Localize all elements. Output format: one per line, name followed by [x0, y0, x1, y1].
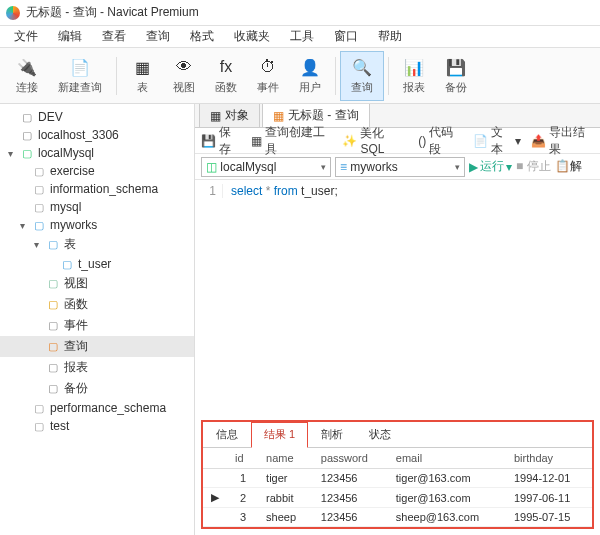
backup-button[interactable]: 💾备份: [435, 51, 477, 101]
twisty-icon[interactable]: ▾: [4, 148, 16, 159]
sql-editor[interactable]: 1 select * from t_user;: [195, 180, 600, 202]
tree-视图[interactable]: ▢视图: [0, 273, 194, 294]
cyl-icon: ▢: [31, 182, 47, 196]
connection-select[interactable]: ◫ localMysql▾: [201, 157, 331, 177]
connection-tree[interactable]: ▢DEV▢localhost_3306▾▢localMysql▢exercise…: [0, 104, 195, 535]
menu-查看[interactable]: 查看: [92, 26, 136, 47]
menu-文件[interactable]: 文件: [4, 26, 48, 47]
sql-code[interactable]: select * from t_user;: [223, 184, 338, 198]
user-button[interactable]: 👤用户: [289, 51, 331, 101]
results-panel: 信息结果 1剖析状态 idnamepasswordemailbirthday 1…: [201, 420, 594, 529]
titlebar: 无标题 - 查询 - Navicat Premium: [0, 0, 600, 26]
tree-test[interactable]: ▢test: [0, 417, 194, 435]
explain-button[interactable]: 📋解: [555, 158, 582, 175]
beautify-button[interactable]: ✨ 美化 SQL: [342, 125, 408, 156]
tree-表[interactable]: ▾▢表: [0, 234, 194, 255]
result-tab-1[interactable]: 结果 1: [251, 422, 308, 448]
tree-事件[interactable]: ▢事件: [0, 315, 194, 336]
tbl-icon: ▢: [59, 257, 75, 271]
report-button[interactable]: 📊报表: [393, 51, 435, 101]
grid-icon: ▦: [210, 109, 221, 123]
view-icon: 👁: [173, 56, 195, 78]
qry-icon: ▢: [45, 340, 61, 354]
col-email[interactable]: email: [388, 448, 506, 469]
export-button[interactable]: 📤 导出结果: [531, 124, 594, 158]
tree-查询[interactable]: ▢查询: [0, 336, 194, 357]
tbl-icon: ▢: [45, 238, 61, 252]
col-birthday[interactable]: birthday: [506, 448, 592, 469]
tree-备份[interactable]: ▢备份: [0, 378, 194, 399]
result-tab-0[interactable]: 信息: [203, 422, 251, 447]
tree-函数[interactable]: ▢函数: [0, 294, 194, 315]
col-password[interactable]: password: [313, 448, 388, 469]
user-icon: 👤: [299, 56, 321, 78]
cyl-icon: ▢: [31, 401, 47, 415]
db-icon: ◫: [206, 160, 217, 174]
menu-查询[interactable]: 查询: [136, 26, 180, 47]
db-icon: ▢: [19, 128, 35, 142]
run-button[interactable]: ▶ 运行 ▾: [469, 158, 512, 175]
database-select[interactable]: ≡ myworks▾: [335, 157, 465, 177]
line-number: 1: [195, 184, 223, 198]
result-grid[interactable]: idnamepasswordemailbirthday 1tiger123456…: [203, 448, 592, 527]
func-icon: fx: [215, 56, 237, 78]
tree-performance_schema[interactable]: ▢performance_schema: [0, 399, 194, 417]
text-button[interactable]: 📄 文本 ▾: [473, 124, 521, 158]
connect-button[interactable]: 🔌连接: [6, 51, 48, 101]
query-button[interactable]: 🔍查询: [340, 51, 384, 101]
col-name[interactable]: name: [258, 448, 313, 469]
menu-格式[interactable]: 格式: [180, 26, 224, 47]
cyl-icon: ▢: [31, 200, 47, 214]
table-row[interactable]: 1tiger123456tiger@163.com1994-12-01: [203, 469, 592, 488]
table-row[interactable]: ▶2rabbit123456tiger@163.com1997-06-11: [203, 488, 592, 508]
save-button[interactable]: 💾 保存: [201, 124, 241, 158]
newquery-button[interactable]: 📄新建查询: [48, 51, 112, 101]
tree-exercise[interactable]: ▢exercise: [0, 162, 194, 180]
context-selectors: ◫ localMysql▾ ≡ myworks▾ ▶ 运行 ▾ ■ 停止 📋解: [195, 154, 600, 180]
cyl-icon: ▢: [31, 419, 47, 433]
tree-DEV[interactable]: ▢DEV: [0, 108, 194, 126]
col-id[interactable]: id: [227, 448, 258, 469]
builder-button[interactable]: ▦ 查询创建工具: [251, 124, 333, 158]
row-pointer-icon: [203, 508, 227, 527]
app-logo-icon: [6, 6, 20, 20]
report-icon: 📊: [403, 56, 425, 78]
tree-报表[interactable]: ▢报表: [0, 357, 194, 378]
result-tab-2[interactable]: 剖析: [308, 422, 356, 447]
backup-icon: 💾: [445, 56, 467, 78]
tree-localhost_3306[interactable]: ▢localhost_3306: [0, 126, 194, 144]
stop-button[interactable]: ■ 停止: [516, 158, 551, 175]
menu-收藏夹[interactable]: 收藏夹: [224, 26, 280, 47]
table-button[interactable]: ▦表: [121, 51, 163, 101]
result-tab-3[interactable]: 状态: [356, 422, 404, 447]
view-icon: ▢: [45, 277, 61, 291]
menu-编辑[interactable]: 编辑: [48, 26, 92, 47]
menu-帮助[interactable]: 帮助: [368, 26, 412, 47]
snippet-button[interactable]: () 代码段: [418, 124, 463, 158]
tree-information_schema[interactable]: ▢information_schema: [0, 180, 194, 198]
result-tabs: 信息结果 1剖析状态: [203, 422, 592, 448]
twisty-icon[interactable]: ▾: [30, 239, 42, 250]
rpt-icon: ▢: [45, 361, 61, 375]
schema-icon: ≡: [340, 160, 347, 174]
menu-工具[interactable]: 工具: [280, 26, 324, 47]
cyl-icon: ▢: [31, 164, 47, 178]
window-title: 无标题 - 查询 - Navicat Premium: [26, 4, 199, 21]
bak-icon: ▢: [45, 382, 61, 396]
db-icon: ▢: [19, 110, 35, 124]
func-button[interactable]: fx函数: [205, 51, 247, 101]
tree-localMysql[interactable]: ▾▢localMysql: [0, 144, 194, 162]
tree-myworks[interactable]: ▾▢myworks: [0, 216, 194, 234]
row-pointer-icon: [203, 469, 227, 488]
view-button[interactable]: 👁视图: [163, 51, 205, 101]
tree-mysql[interactable]: ▢mysql: [0, 198, 194, 216]
newquery-icon: 📄: [69, 56, 91, 78]
evt-icon: ▢: [45, 319, 61, 333]
tree-t_user[interactable]: ▢t_user: [0, 255, 194, 273]
connect-icon: 🔌: [16, 56, 38, 78]
menu-窗口[interactable]: 窗口: [324, 26, 368, 47]
table-row[interactable]: 3sheep123456sheep@163.com1995-07-15: [203, 508, 592, 527]
twisty-icon[interactable]: ▾: [16, 220, 28, 231]
menubar: 文件编辑查看查询格式收藏夹工具窗口帮助: [0, 26, 600, 48]
event-button[interactable]: ⏱事件: [247, 51, 289, 101]
